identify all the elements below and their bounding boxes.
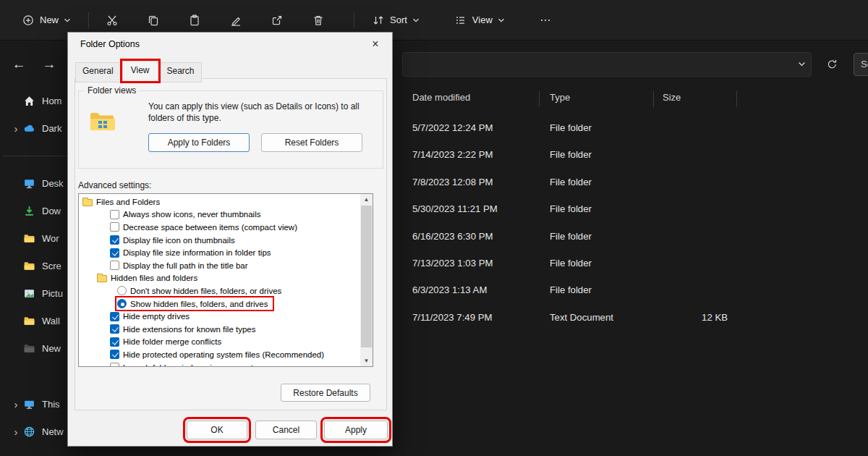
search-input[interactable]: Se (854, 53, 868, 76)
copy-button[interactable] (139, 7, 168, 33)
advanced-settings-list[interactable]: ▲ ▼ Files and FoldersAlways show icons, … (78, 193, 373, 367)
close-button[interactable]: × (367, 36, 383, 52)
cut-button[interactable] (98, 7, 127, 33)
file-row[interactable]: 6/16/2023 6:30 PMFile folder (402, 223, 868, 250)
advanced-item[interactable]: Hide protected operating system files (R… (79, 348, 360, 361)
chevron-right-icon[interactable]: › (10, 398, 22, 410)
apply-button[interactable]: Apply (324, 421, 388, 439)
share-button[interactable] (263, 7, 292, 33)
chevron-right-icon[interactable]: › (10, 122, 22, 135)
radio-selected[interactable] (117, 299, 127, 308)
back-button[interactable]: ← (6, 51, 32, 77)
column-header-type[interactable]: Type (550, 92, 570, 103)
apply-to-folders-button[interactable]: Apply to Folders (148, 133, 250, 152)
view-button[interactable]: View (446, 7, 514, 33)
cut-icon (106, 14, 119, 27)
file-row[interactable]: 6/3/2023 1:13 AMFile folder (402, 276, 868, 303)
radio-unselected[interactable] (117, 286, 127, 295)
advanced-item[interactable]: Launch folder windows in a separate proc… (79, 361, 360, 367)
checkbox-checked[interactable] (110, 235, 119, 245)
folder-icon (23, 232, 36, 245)
file-row[interactable]: 5/7/2022 12:24 PMFile folder (402, 114, 868, 141)
dialog-tabs: General View Search (75, 62, 203, 83)
file-row[interactable]: 5/30/2023 11:21 PMFile folder (402, 195, 868, 222)
checkbox-checked[interactable] (110, 350, 119, 359)
checkbox-checked[interactable] (110, 312, 119, 321)
copy-icon (147, 14, 160, 27)
chevron-right-icon[interactable]: › (10, 426, 22, 438)
advanced-item[interactable]: Display file size information in folder … (79, 246, 360, 259)
tab-label: General (82, 66, 114, 76)
advanced-item[interactable]: Hidden files and folders (79, 272, 360, 285)
ok-button[interactable]: OK (187, 421, 247, 439)
file-date: 5/30/2023 11:21 PM (412, 195, 498, 222)
checkbox-unchecked[interactable] (110, 222, 119, 232)
folder-views-group-label: Folder views (85, 85, 139, 96)
advanced-item[interactable]: Hide empty drives (79, 310, 360, 323)
new-icon (22, 14, 35, 27)
button-label: Apply (345, 425, 367, 435)
checkbox-checked[interactable] (110, 248, 119, 258)
advanced-item[interactable]: Show hidden files, folders, and drives (79, 297, 360, 311)
advanced-item[interactable]: Don't show hidden files, folders, or dri… (79, 284, 360, 297)
paste-button[interactable] (180, 7, 209, 33)
new-button[interactable]: New (13, 7, 80, 33)
back-arrow-icon: ← (12, 56, 26, 72)
checkbox-checked[interactable] (110, 324, 119, 334)
file-type: File folder (550, 114, 592, 141)
cancel-button[interactable]: Cancel (255, 421, 317, 439)
file-size: 12 KB (641, 304, 738, 331)
sort-button[interactable]: Sort (363, 7, 428, 33)
tab-search[interactable]: Search (160, 62, 202, 83)
button-label: Restore Defaults (293, 388, 357, 398)
file-type: File folder (550, 276, 592, 303)
file-date: 6/3/2023 1:13 AM (412, 276, 487, 303)
checkbox-unchecked[interactable] (110, 363, 119, 367)
advanced-item[interactable]: Decrease space between items (compact vi… (79, 221, 360, 234)
sidebar-item-label: Wall (42, 316, 60, 326)
address-dropdown-button[interactable] (790, 53, 813, 75)
checkbox-checked[interactable] (110, 337, 119, 347)
restore-defaults-button[interactable]: Restore Defaults (281, 384, 370, 402)
scroll-up-icon[interactable]: ▲ (360, 194, 373, 205)
file-type: File folder (550, 195, 592, 222)
refresh-button[interactable] (820, 53, 843, 75)
delete-button[interactable] (304, 7, 333, 33)
advanced-item[interactable]: Files and Folders (79, 195, 360, 208)
tab-label: View (131, 65, 150, 75)
scrollbar[interactable]: ▲ ▼ (360, 194, 373, 366)
scroll-down-icon[interactable]: ▼ (360, 355, 373, 366)
forward-button[interactable]: → (36, 51, 62, 77)
file-row[interactable]: 7/13/2023 1:03 PMFile folder (402, 250, 868, 276)
checkbox-unchecked[interactable] (110, 261, 119, 270)
chevron-down-icon (498, 17, 505, 23)
reset-folders-button[interactable]: Reset Folders (261, 133, 362, 152)
advanced-item[interactable]: Hide folder merge conflicts (79, 336, 360, 349)
file-row[interactable]: 7/11/2023 7:49 PMText Document12 KB (402, 304, 868, 331)
column-header-date-modified[interactable]: Date modified (412, 92, 470, 103)
folder-dark-icon (23, 342, 36, 355)
file-date: 7/14/2023 2:22 PM (412, 141, 493, 168)
advanced-item[interactable]: Hide extensions for known file types (79, 323, 360, 336)
advanced-item[interactable]: Display file icon on thumbnails (79, 234, 360, 247)
tab-view[interactable]: View (122, 61, 158, 81)
view-tab-page: Folder views You can apply this view (su… (75, 78, 387, 410)
more-button[interactable] (531, 7, 560, 33)
address-bar[interactable] (402, 52, 812, 77)
column-divider (736, 91, 737, 107)
file-row[interactable]: 7/14/2023 2:22 PMFile folder (402, 141, 868, 168)
advanced-item-label: Decrease space between items (compact vi… (123, 223, 297, 232)
pc-icon (23, 398, 36, 410)
rename-icon (229, 14, 242, 27)
advanced-item[interactable]: Display the full path in the title bar (79, 259, 360, 272)
checkbox-unchecked[interactable] (110, 210, 119, 219)
scrollbar-thumb[interactable] (361, 206, 372, 347)
cloud-icon (23, 122, 36, 135)
folder-icon (23, 315, 36, 327)
rename-button[interactable] (221, 7, 250, 33)
tab-general[interactable]: General (75, 62, 121, 83)
column-header-size[interactable]: Size (663, 92, 681, 103)
new-label: New (40, 14, 59, 25)
advanced-item[interactable]: Always show icons, never thumbnails (79, 208, 360, 221)
file-row[interactable]: 7/8/2023 12:08 PMFile folder (402, 169, 868, 195)
